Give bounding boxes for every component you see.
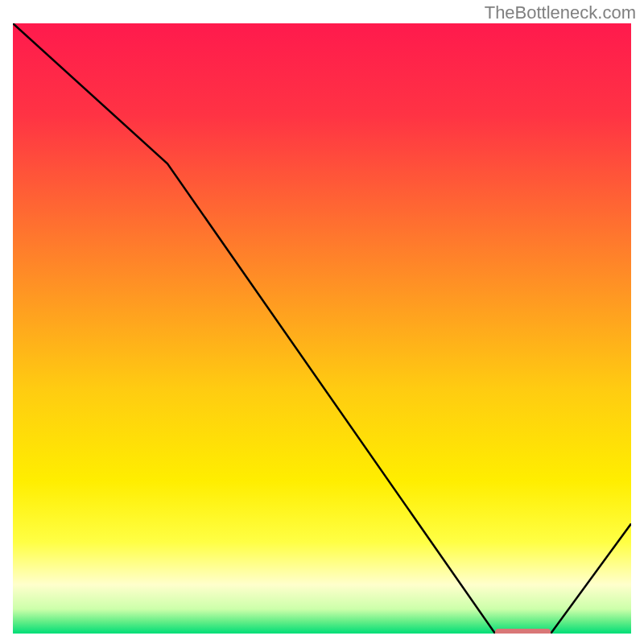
bottleneck-curve [13, 23, 631, 634]
attribution-text: TheBottleneck.com [485, 2, 636, 23]
optimal-marker [495, 629, 551, 634]
chart-area [13, 23, 631, 634]
chart-line-layer [13, 23, 631, 634]
